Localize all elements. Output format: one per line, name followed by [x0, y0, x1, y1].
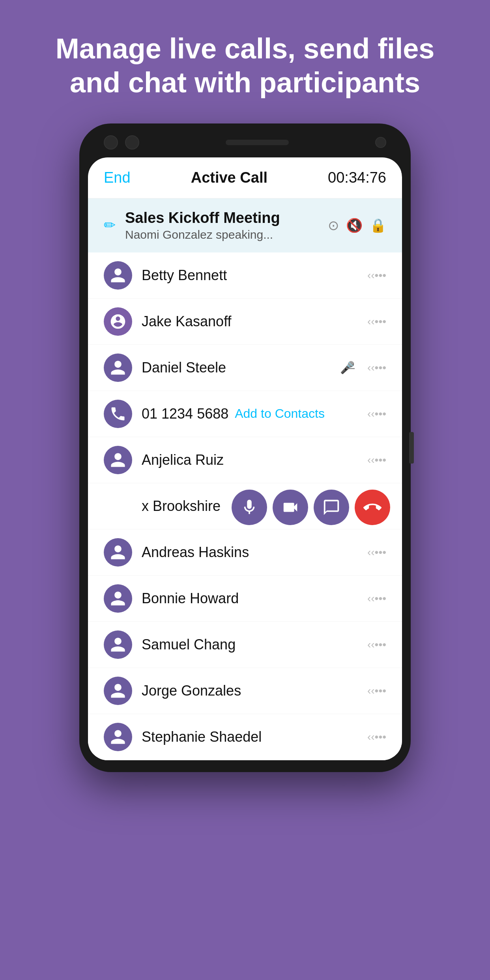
participant-item: Samuel Chang ‹‹••• [88, 622, 402, 668]
participant-item-phone: 01 1234 5688 Add to Contacts ‹‹••• [88, 391, 402, 437]
call-header: End Active Call 00:34:76 [88, 157, 402, 198]
person-icon [109, 267, 127, 284]
avatar [104, 446, 132, 474]
person-icon [109, 590, 127, 607]
camera-lens-2 [125, 135, 139, 150]
end-button[interactable]: End [104, 169, 131, 186]
phone-wrapper: End Active Call 00:34:76 ✏ Sales Kickoff… [0, 120, 490, 772]
more-options-button[interactable]: ‹‹••• [367, 408, 386, 419]
mute-meeting-icon[interactable]: 🔇 [346, 217, 363, 233]
video-button[interactable] [273, 490, 308, 525]
participant-name: Jake Kasanoff [142, 313, 358, 330]
person-icon [109, 728, 127, 746]
more-options-button[interactable]: ‹‹••• [367, 316, 386, 327]
person-icon [109, 682, 127, 699]
participant-name: Samuel Chang [142, 636, 358, 653]
phone-number: 01 1234 5688 [142, 406, 228, 422]
mic-icon [240, 498, 258, 516]
more-options-button[interactable]: ‹‹••• [367, 593, 386, 604]
participant-name: Bonnie Howard [142, 590, 358, 607]
avatar [104, 677, 132, 705]
end-call-button[interactable] [355, 490, 390, 525]
mic-button[interactable] [232, 490, 267, 525]
participant-name: Daniel Steele [142, 359, 331, 376]
avatar-muted [104, 307, 132, 336]
more-options-button[interactable]: ‹‹••• [367, 454, 386, 466]
camera-lens-1 [104, 135, 118, 150]
person-muted-icon [109, 313, 127, 330]
participant-item: Jorge Gonzales ‹‹••• [88, 668, 402, 714]
avatar [104, 723, 132, 751]
avatar [104, 584, 132, 613]
participant-item-with-controls: x Brookshire [88, 483, 402, 529]
participants-list: Betty Bennett ‹‹••• Jake Kasanoff ‹‹••• [88, 252, 402, 760]
more-options-button[interactable]: ‹‹••• [367, 362, 386, 373]
person-icon [109, 636, 127, 653]
power-button[interactable] [409, 432, 414, 464]
end-icon [363, 498, 382, 516]
participant-item-partial: x Brookshire [88, 483, 402, 529]
more-options-button[interactable]: ‹‹••• [367, 731, 386, 742]
camera-left [104, 135, 139, 150]
meeting-info: Sales Kickoff Meeting Naomi Gonzalez spe… [125, 209, 318, 241]
more-options-button[interactable]: ‹‹••• [367, 270, 386, 281]
call-timer: 00:34:76 [328, 169, 386, 186]
meeting-icons: ⊙ 🔇 🔒 [328, 217, 386, 233]
call-controls [232, 490, 390, 525]
edit-icon[interactable]: ✏ [104, 217, 116, 234]
participant-name: Andreas Haskins [142, 544, 358, 561]
participant-item: Andreas Haskins ‹‹••• [88, 529, 402, 576]
meeting-banner: ✏ Sales Kickoff Meeting Naomi Gonzalez s… [88, 198, 402, 252]
hero-text: Manage live calls, send files and chat w… [0, 0, 490, 120]
person-icon [109, 544, 127, 561]
chat-button[interactable] [314, 490, 349, 525]
record-icon[interactable]: ⊙ [328, 217, 339, 233]
participant-item: Betty Bennett ‹‹••• [88, 252, 402, 299]
participant-item-partial: Stephanie Shaedel ‹‹••• [88, 714, 402, 760]
phone-speaker [226, 140, 289, 145]
avatar-placeholder [104, 492, 132, 520]
phone-icon [109, 405, 127, 423]
avatar [104, 261, 132, 290]
avatar [104, 538, 132, 567]
chat-icon [322, 498, 340, 516]
more-options-button[interactable]: ‹‹••• [367, 547, 386, 558]
participant-name: Anjelica Ruiz [142, 452, 358, 468]
more-options-button[interactable]: ‹‹••• [367, 639, 386, 650]
phone-number-row: 01 1234 5688 Add to Contacts [142, 406, 358, 422]
person-icon [109, 451, 127, 469]
participant-item: Bonnie Howard ‹‹••• [88, 576, 402, 622]
participant-item: Anjelica Ruiz ‹‹••• [88, 437, 402, 483]
participant-name: Betty Bennett [142, 267, 358, 284]
phone-device: End Active Call 00:34:76 ✏ Sales Kickoff… [79, 123, 411, 772]
participant-item: Jake Kasanoff ‹‹••• [88, 299, 402, 345]
avatar [104, 353, 132, 382]
lock-icon[interactable]: 🔒 [370, 217, 386, 233]
hero-section: Manage live calls, send files and chat w… [0, 0, 490, 120]
video-icon [281, 498, 299, 516]
meeting-name: Sales Kickoff Meeting [125, 209, 318, 226]
person-icon [109, 359, 127, 376]
avatar [104, 630, 132, 659]
participant-name: Stephanie Shaedel [142, 729, 358, 745]
participant-name: Jorge Gonzales [142, 683, 358, 699]
more-options-button[interactable]: ‹‹••• [367, 685, 386, 696]
phone-avatar [104, 400, 132, 428]
mic-muted-icon: 🎤̶ [340, 361, 355, 374]
active-call-title: Active Call [191, 169, 267, 186]
meeting-speaker: Naomi Gonzalez speaking... [125, 228, 318, 241]
front-camera [375, 137, 386, 148]
phone-screen: End Active Call 00:34:76 ✏ Sales Kickoff… [88, 157, 402, 760]
add-to-contacts-button[interactable]: Add to Contacts [235, 406, 325, 421]
phone-notch [88, 135, 402, 157]
participant-item: Daniel Steele 🎤̶ ‹‹••• [88, 345, 402, 391]
